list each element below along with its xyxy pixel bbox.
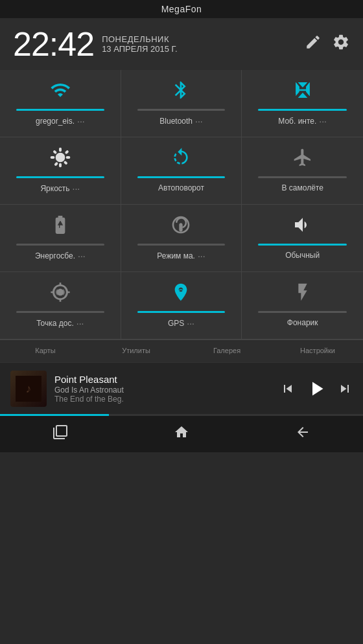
qs-row-4: Точка дос. ··· GPS ··· bbox=[0, 272, 363, 339]
album-art-inner: ♪ bbox=[10, 371, 47, 407]
data-indicator bbox=[258, 109, 347, 111]
battery-saver-icon bbox=[50, 213, 71, 237]
prev-button[interactable] bbox=[280, 381, 296, 397]
play-button[interactable] bbox=[305, 377, 328, 400]
bt-label: Bluetooth bbox=[159, 117, 193, 126]
data-more[interactable]: ··· bbox=[319, 116, 327, 126]
hotspot-more[interactable]: ··· bbox=[76, 318, 84, 328]
music-player: ♪ Point Pleasant God Is An Astronaut The… bbox=[0, 362, 363, 414]
player-progress-fill bbox=[0, 414, 109, 416]
airplane-icon bbox=[292, 145, 313, 170]
airplane-indicator bbox=[258, 176, 347, 178]
settings-icon[interactable] bbox=[332, 33, 350, 55]
brightness-more[interactable]: ··· bbox=[73, 183, 80, 194]
torch-label-row: Фонарик bbox=[287, 316, 318, 332]
time-date-left: 22:42 ПОНЕДЕЛЬНИК 13 АПРЕЛЯ 2015 Г. bbox=[13, 27, 178, 61]
torch-icon bbox=[292, 280, 313, 305]
gps-more[interactable]: ··· bbox=[187, 318, 194, 328]
autorotate-label: Автоповорот bbox=[158, 183, 204, 192]
battery-label: Энергосбе. bbox=[35, 251, 75, 260]
next-button[interactable] bbox=[337, 381, 353, 397]
bt-label-row: Bluetooth ··· bbox=[159, 113, 202, 132]
qs-tile-eco[interactable]: Режим ма. ··· bbox=[121, 205, 242, 271]
qs-tile-battery-saver[interactable]: Энергосбе. ··· bbox=[0, 205, 121, 271]
date-info: ПОНЕДЕЛЬНИК 13 АПРЕЛЯ 2015 Г. bbox=[102, 34, 177, 54]
tab-settings[interactable]: Настройки bbox=[272, 340, 363, 362]
gps-label: GPS bbox=[168, 319, 184, 328]
track-album: The End of the Beg. bbox=[54, 395, 272, 404]
wifi-label-row: gregor_eis. ··· bbox=[36, 113, 85, 132]
time-display: 22:42 bbox=[13, 27, 94, 61]
hotspot-label-row: Точка дос. ··· bbox=[36, 316, 84, 334]
hotspot-indicator bbox=[16, 311, 104, 313]
autorotate-icon bbox=[170, 145, 191, 170]
recent-apps-button[interactable] bbox=[37, 419, 84, 449]
bluetooth-icon bbox=[170, 78, 191, 102]
qs-row-1: gregor_eis. ··· Bluetooth ··· bbox=[0, 70, 363, 137]
mobile-data-icon bbox=[292, 78, 313, 102]
bt-indicator bbox=[137, 109, 226, 111]
qs-tile-airplane[interactable]: В самолёте bbox=[242, 137, 363, 204]
brightness-label: Яркость bbox=[40, 184, 69, 193]
torch-label: Фонарик bbox=[287, 318, 318, 327]
gps-label-row: GPS ··· bbox=[168, 316, 194, 334]
svg-text:♪: ♪ bbox=[26, 382, 32, 395]
brightness-label-row: Яркость ··· bbox=[40, 181, 80, 199]
tab-gallery[interactable]: Галерея bbox=[182, 340, 272, 362]
battery-label-row: Энергосбе. ··· bbox=[35, 248, 86, 266]
sound-label-row: Обычный bbox=[285, 248, 320, 265]
qs-tile-gps[interactable]: GPS ··· bbox=[121, 272, 242, 339]
carrier-name: MegaFon bbox=[161, 4, 202, 14]
home-button[interactable] bbox=[158, 419, 205, 449]
tab-maps[interactable]: Карты bbox=[0, 340, 91, 362]
day-name: ПОНЕДЕЛЬНИК bbox=[102, 34, 169, 44]
eco-more[interactable]: ··· bbox=[198, 251, 205, 261]
player-progress bbox=[0, 414, 363, 416]
wifi-more[interactable]: ··· bbox=[77, 116, 85, 126]
airplane-label: В самолёте bbox=[281, 183, 323, 192]
eco-label: Режим ма. bbox=[157, 251, 195, 260]
airplane-label-row: В самолёте bbox=[281, 181, 323, 198]
sound-icon bbox=[292, 213, 313, 237]
bt-more[interactable]: ··· bbox=[195, 116, 203, 126]
qs-row-3: Энергосбе. ··· Режим ма. ··· bbox=[0, 205, 363, 272]
gps-indicator bbox=[137, 311, 226, 313]
eco-label-row: Режим ма. ··· bbox=[157, 248, 205, 266]
app-tabs-bar: Карты Утилиты Галерея Настройки bbox=[0, 339, 363, 362]
status-bar: MegaFon bbox=[0, 0, 363, 18]
qs-tile-autorotate[interactable]: Автоповорот bbox=[121, 137, 242, 204]
hotspot-icon bbox=[50, 280, 71, 305]
edit-icon[interactable] bbox=[305, 34, 322, 54]
track-info: Point Pleasant God Is An Astronaut The E… bbox=[54, 374, 272, 404]
wifi-indicator bbox=[16, 109, 104, 111]
qs-tile-brightness[interactable]: Яркость ··· bbox=[0, 137, 121, 204]
qs-row-2: Яркость ··· Автоповорот В bbox=[0, 137, 363, 205]
tab-utilities[interactable]: Утилиты bbox=[91, 340, 182, 362]
qs-tile-bluetooth[interactable]: Bluetooth ··· bbox=[121, 70, 242, 137]
album-art: ♪ bbox=[10, 371, 47, 407]
brightness-icon bbox=[50, 145, 71, 170]
brightness-indicator bbox=[16, 176, 104, 178]
player-controls bbox=[280, 377, 353, 400]
gps-icon bbox=[170, 280, 191, 305]
data-label-row: Моб. инте. ··· bbox=[278, 113, 327, 132]
track-artist: God Is An Astronaut bbox=[54, 385, 272, 395]
data-label: Моб. инте. bbox=[278, 117, 316, 126]
wifi-label: gregor_eis. bbox=[36, 117, 75, 126]
eco-icon bbox=[170, 213, 191, 237]
qs-tile-mobile-data[interactable]: Моб. инте. ··· bbox=[242, 70, 363, 137]
battery-more[interactable]: ··· bbox=[78, 251, 86, 261]
svg-point-0 bbox=[58, 290, 62, 293]
sound-label: Обычный bbox=[285, 251, 320, 260]
quick-settings: gregor_eis. ··· Bluetooth ··· bbox=[0, 70, 363, 339]
autorotate-indicator bbox=[137, 176, 226, 178]
qs-tile-sound[interactable]: Обычный bbox=[242, 205, 363, 271]
track-title: Point Pleasant bbox=[54, 374, 272, 385]
back-button[interactable] bbox=[279, 419, 326, 449]
time-date-row: 22:42 ПОНЕДЕЛЬНИК 13 АПРЕЛЯ 2015 Г. bbox=[0, 18, 363, 70]
qs-tile-torch[interactable]: Фонарик bbox=[242, 272, 363, 339]
qs-tile-hotspot[interactable]: Точка дос. ··· bbox=[0, 272, 121, 339]
eco-indicator bbox=[137, 244, 226, 246]
header-icons bbox=[305, 33, 350, 55]
qs-tile-wifi[interactable]: gregor_eis. ··· bbox=[0, 70, 121, 137]
